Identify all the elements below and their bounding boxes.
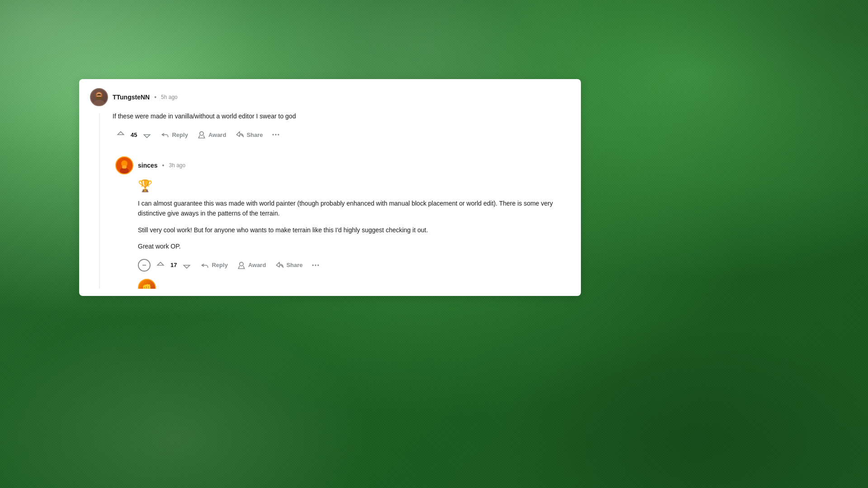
- award-button-2[interactable]: Award: [233, 258, 270, 272]
- svg-rect-11: [122, 165, 127, 169]
- reply-button-1[interactable]: Reply: [157, 127, 191, 142]
- upvote-button-1[interactable]: [113, 127, 129, 142]
- reply-icon-1: [160, 130, 170, 139]
- award-label-2: Award: [248, 262, 266, 268]
- comment-card: TTungsteNN • 5h ago If these were made i…: [79, 79, 581, 296]
- more-button-1[interactable]: [269, 127, 283, 142]
- comment-2: sinces • 3h ago 🏆 I can almost guarantee…: [115, 149, 570, 289]
- comment-1-header: TTungsteNN • 5h ago: [90, 88, 570, 106]
- comment-2-username[interactable]: sinces: [138, 162, 158, 169]
- share-button-2[interactable]: Share: [271, 258, 306, 272]
- reply-icon-2: [200, 261, 209, 270]
- svg-point-6: [275, 134, 276, 135]
- share-icon-2: [275, 261, 284, 270]
- svg-point-13: [312, 264, 313, 266]
- award-icon-2: [237, 261, 246, 270]
- avatar-icon-2: [116, 157, 132, 174]
- avatar-icon-1: [91, 89, 107, 105]
- collapse-button-2[interactable]: −: [138, 259, 151, 272]
- downvote-icon-2: [182, 261, 191, 270]
- separator-1: •: [154, 94, 156, 101]
- partial-avatar-emoji: 👊: [142, 283, 152, 289]
- share-button-1[interactable]: Share: [231, 127, 266, 142]
- upvote-icon-1: [116, 130, 125, 139]
- thread-line: [99, 113, 100, 289]
- share-label-1: Share: [246, 131, 263, 138]
- downvote-icon-1: [142, 130, 151, 139]
- more-button-2[interactable]: [308, 258, 323, 272]
- vote-count-2: 17: [170, 262, 177, 268]
- vote-count-1: 45: [131, 131, 137, 138]
- comment-2-header: sinces • 3h ago: [115, 156, 570, 174]
- svg-point-7: [278, 134, 279, 135]
- comment-2-actions: − 17: [138, 258, 570, 272]
- more-icon-1: [271, 130, 280, 139]
- reply-label-2: Reply: [212, 262, 227, 268]
- comment-1-text: If these were made in vanilla/without a …: [113, 112, 570, 121]
- award-button-1[interactable]: Award: [193, 127, 230, 142]
- svg-rect-3: [96, 97, 102, 99]
- comment-2-text-p3: Great work OP.: [138, 241, 570, 251]
- comment-2-text-block: I can almost guarantee this was made wit…: [138, 198, 570, 252]
- comment-2-text-p2: Still very cool work! But for anyone who…: [138, 225, 570, 235]
- downvote-button-1[interactable]: [139, 127, 155, 142]
- comment-2-timestamp: 3h ago: [169, 162, 186, 169]
- avatar-2: [115, 156, 133, 174]
- svg-point-4: [200, 131, 203, 135]
- comment-1-actions: 45 Reply: [113, 127, 570, 142]
- svg-point-5: [272, 134, 274, 135]
- reply-label-1: Reply: [172, 131, 188, 138]
- more-icon-2: [311, 261, 320, 270]
- svg-point-14: [315, 264, 316, 266]
- svg-point-1: [94, 100, 104, 105]
- award-icon-1: [197, 130, 206, 139]
- comment-1-username[interactable]: TTungsteNN: [113, 94, 150, 101]
- svg-point-15: [317, 264, 319, 266]
- share-icon-1: [235, 130, 244, 139]
- award-emoji: 🏆: [138, 179, 152, 192]
- downvote-button-2[interactable]: [179, 258, 195, 272]
- svg-point-12: [240, 262, 243, 266]
- upvote-button-2[interactable]: [152, 258, 169, 272]
- collapse-icon: −: [142, 261, 146, 269]
- share-label-2: Share: [286, 262, 302, 268]
- comment-2-text-p1: I can almost guarantee this was made wit…: [138, 198, 570, 219]
- comment-1-timestamp: 5h ago: [161, 94, 178, 100]
- separator-2: •: [162, 162, 165, 169]
- upvote-icon-2: [156, 261, 165, 270]
- award-label-1: Award: [208, 131, 226, 138]
- avatar-1: [90, 88, 108, 106]
- partial-avatar: 👊: [138, 279, 156, 289]
- comment-1: TTungsteNN • 5h ago If these were made i…: [90, 88, 570, 289]
- reply-button-2[interactable]: Reply: [197, 258, 231, 272]
